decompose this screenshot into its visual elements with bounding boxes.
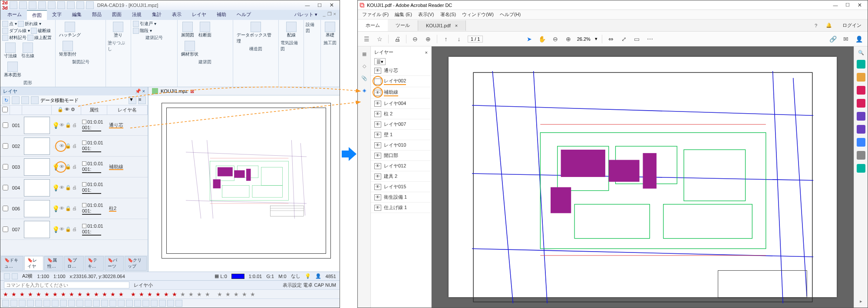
side-tab[interactable]: 🔖クリップ — [125, 256, 147, 271]
mdi-restore[interactable]: ❐ — [327, 11, 332, 19]
attachment-icon[interactable]: 📎 — [360, 74, 368, 82]
bulb-icon[interactable]: 💡 — [305, 273, 311, 279]
ribbon-tab[interactable]: 法規 — [127, 10, 147, 20]
status-lineweight[interactable]: 1:0.01 — [249, 274, 262, 279]
layer-row[interactable]: 006💡👁🔒🖨01:0.01001:柱2 — [0, 198, 148, 219]
eye-icon[interactable]: 👁 — [374, 132, 381, 138]
ribbon-small-button[interactable]: 折れ線 ▾ — [18, 21, 41, 27]
status-layer[interactable]: L:0 — [221, 274, 227, 279]
layer-size-label[interactable]: レイヤ小 — [134, 282, 153, 288]
mail-icon[interactable]: ✉ — [842, 35, 850, 43]
side-tab[interactable]: 🔖属性… — [44, 256, 63, 271]
right-tool-button[interactable] — [857, 73, 865, 82]
fit-width-icon[interactable]: ⇔ — [607, 35, 615, 43]
layer-checkbox[interactable] — [3, 185, 8, 190]
toolbar-star-icon[interactable]: ★ — [52, 291, 59, 298]
layer-thumbnail[interactable] — [24, 158, 50, 176]
window-icon[interactable] — [21, 96, 29, 104]
toolbar-star-icon[interactable]: ★ — [249, 291, 256, 298]
pdf-layer-row[interactable]: 👁補助線 — [371, 87, 431, 98]
eye-icon[interactable]: 👁 — [374, 163, 381, 169]
ribbon-button[interactable]: データボックス管理 — [235, 21, 277, 45]
ribbon-small-button[interactable]: 破断線 — [31, 28, 51, 34]
right-tool-button[interactable] — [857, 99, 865, 108]
eye-icon[interactable]: 👁 — [374, 142, 381, 148]
layer-attr[interactable]: 01:0.01001: — [81, 203, 107, 215]
layer-checkbox[interactable] — [3, 143, 8, 149]
qat-icon[interactable] — [86, 1, 94, 9]
search-icon[interactable]: 🔍 — [858, 50, 864, 56]
right-tool-button[interactable] — [857, 138, 865, 147]
pdf-layer-row[interactable]: レイヤ002 — [371, 76, 431, 87]
toolbar-button[interactable] — [35, 300, 42, 307]
bell-icon[interactable]: 🔔 — [822, 23, 836, 28]
panel-close-icon[interactable]: × — [142, 88, 145, 94]
right-tool-button[interactable] — [857, 60, 865, 69]
toolbar-button[interactable] — [60, 300, 67, 307]
toolbar-star-icon[interactable]: ★ — [43, 291, 50, 298]
toolbar-star-icon[interactable]: ★ — [2, 291, 9, 298]
toolbar-button[interactable] — [85, 300, 92, 307]
mdi-min[interactable]: _ — [323, 11, 325, 19]
menu-item[interactable]: 編集 (E) — [395, 11, 412, 18]
bookmark-icon[interactable]: ◇ — [360, 62, 368, 70]
ribbon-tab[interactable]: 部品 — [87, 10, 107, 20]
layer-icons[interactable]: 👁🔒🖨 — [59, 185, 81, 190]
mdi-close[interactable]: × — [333, 11, 336, 19]
side-tab[interactable]: 🔖ブロ… — [64, 256, 83, 271]
side-tab[interactable]: 🔖パーツ — [105, 256, 124, 271]
pdf-layer-row[interactable]: 👁壁 1 — [371, 130, 431, 140]
side-tab[interactable]: 🔖テキ… — [85, 256, 104, 271]
layer-checkbox[interactable] — [3, 164, 8, 170]
toolbar-star-icon[interactable]: ★ — [68, 291, 75, 298]
toolbar-star-icon[interactable]: ★ — [19, 291, 26, 298]
ribbon-button[interactable]: 基礎 — [323, 21, 337, 39]
toolbar-star-icon[interactable]: ★ — [204, 291, 211, 298]
toolbar-star-icon[interactable]: ★ — [216, 291, 223, 298]
eye-icon[interactable]: 👁 — [374, 184, 381, 190]
toolbar-star-icon[interactable]: ★ — [118, 291, 125, 298]
layer-icons[interactable]: 👁🔒🖨 — [59, 206, 81, 211]
layer-icons[interactable]: 👁🔒🖨 — [59, 143, 81, 149]
toolbar-button[interactable] — [93, 300, 100, 307]
ribbon-button[interactable]: 基本図形 — [2, 61, 23, 79]
palette-dropdown[interactable]: パレット ▾ — [291, 10, 321, 20]
refresh-icon[interactable]: ↻ — [2, 96, 10, 104]
bulb-icon[interactable]: ◌ — [52, 143, 59, 150]
layer-thumbnail[interactable] — [24, 200, 50, 217]
toolbar-star-icon[interactable]: ★ — [85, 291, 92, 298]
doc-close-icon[interactable]: ⊠ — [190, 88, 194, 94]
layer-attr[interactable]: 01:0.01001: — [81, 223, 107, 236]
zoom-level[interactable]: 26.2% — [577, 36, 591, 42]
pdf-layer-row[interactable]: 👁建具 2 — [371, 171, 431, 182]
link-icon[interactable]: 🔗 — [828, 35, 837, 43]
layer-thumbnail[interactable] — [24, 117, 50, 134]
side-tab[interactable]: 🔖ドキュ… — [1, 256, 23, 271]
toolbar-star-icon[interactable]: ★ — [163, 291, 170, 298]
toolbar-button[interactable] — [151, 300, 158, 307]
bulb-icon[interactable]: 💡 — [52, 226, 59, 233]
eye-icon[interactable]: 👁 — [374, 174, 381, 180]
maximize-button[interactable]: ☐ — [842, 1, 854, 10]
ribbon-button[interactable]: 塗り — [111, 21, 125, 39]
close-button[interactable]: × — [854, 1, 866, 10]
toolbar-button[interactable] — [19, 300, 26, 307]
right-tool-button[interactable] — [857, 164, 865, 173]
toolbar-button[interactable] — [52, 300, 59, 307]
toolbar-button[interactable] — [142, 300, 149, 307]
right-tool-button[interactable] — [857, 112, 865, 121]
acrobat-canvas[interactable] — [432, 46, 854, 308]
minimize-button[interactable]: — — [301, 1, 314, 10]
toolbar-button[interactable] — [167, 300, 174, 307]
layer-name[interactable]: 補助線 — [107, 164, 148, 170]
toolbar-button[interactable] — [101, 300, 108, 307]
toolbar-button[interactable] — [10, 300, 17, 307]
toolbar-button[interactable] — [2, 300, 9, 307]
drawing-canvas[interactable]: KOUJI1.mpz ⊠ — [148, 87, 340, 272]
pdf-layer-row[interactable]: 👁レイヤ007 — [371, 119, 431, 130]
hand-tool-icon[interactable]: ✋ — [538, 35, 547, 43]
bulb-icon[interactable]: 💡 — [52, 164, 59, 170]
menu-item[interactable]: 表示(V) — [418, 11, 434, 18]
command-input[interactable] — [4, 282, 129, 288]
status-icon[interactable] — [4, 273, 10, 279]
